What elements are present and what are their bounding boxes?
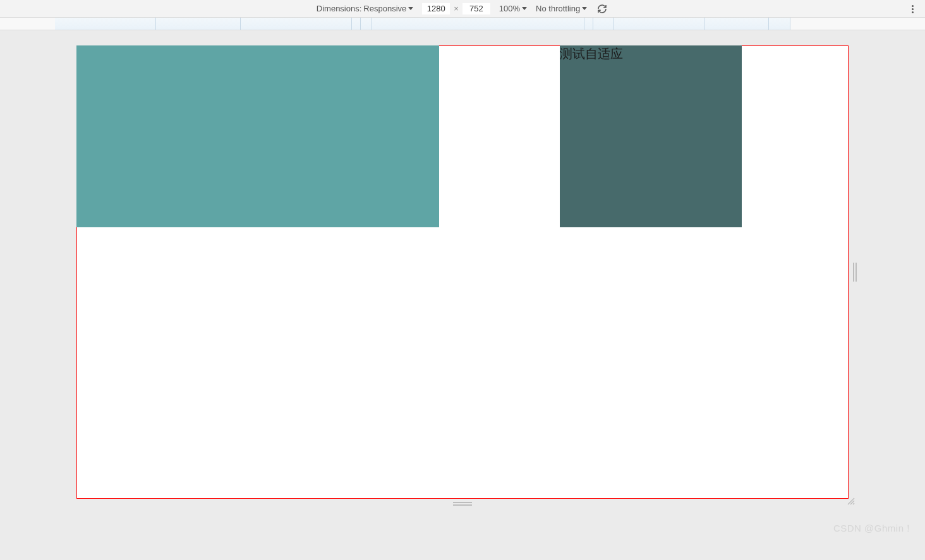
ruler-segment[interactable] <box>584 18 593 30</box>
dimensions-value: Responsive <box>363 4 406 13</box>
ruler-segment[interactable] <box>769 18 790 30</box>
ruler-segment[interactable] <box>372 18 584 30</box>
ruler-segment[interactable] <box>614 18 704 30</box>
chevron-down-icon <box>408 7 413 10</box>
resize-handle-right[interactable] <box>853 263 858 282</box>
device-toolbar: Dimensions: Responsive × 100% No throttl… <box>0 0 925 18</box>
viewport-wrap: 测试自适应 <box>0 30 925 512</box>
more-options-button[interactable] <box>906 3 919 15</box>
breakpoint-ruler[interactable] <box>0 18 925 30</box>
resize-handle-corner[interactable] <box>847 497 855 506</box>
resize-handle-bottom[interactable] <box>453 502 472 507</box>
emulated-viewport: 测试自适应 <box>76 45 849 499</box>
size-separator: × <box>452 4 460 13</box>
ruler-segment[interactable] <box>156 18 241 30</box>
ruler-segments <box>55 18 790 30</box>
ruler-segment[interactable] <box>704 18 769 30</box>
dimensions-label: Dimensions: <box>317 4 362 13</box>
ruler-segment[interactable] <box>55 18 156 30</box>
rotate-icon <box>596 3 608 15</box>
throttling-value: No throttling <box>536 4 580 13</box>
zoom-value: 100% <box>499 4 520 13</box>
zoom-dropdown[interactable]: 100% <box>499 4 527 13</box>
height-input[interactable] <box>462 3 490 15</box>
width-input[interactable] <box>422 3 450 15</box>
chevron-down-icon <box>582 7 587 10</box>
resize-corner-icon <box>847 497 855 506</box>
kebab-icon <box>912 5 914 13</box>
watermark: CSDN @Ghmin！ <box>833 523 914 535</box>
dark-box-text: 测试自适应 <box>560 47 623 61</box>
dark-box: 测试自适应 <box>560 45 742 227</box>
rotate-button[interactable] <box>596 3 608 15</box>
chevron-down-icon <box>522 7 527 10</box>
dimensions-dropdown[interactable]: Dimensions: Responsive <box>317 4 413 13</box>
teal-box <box>76 45 439 227</box>
ruler-segment[interactable] <box>361 18 372 30</box>
ruler-segment[interactable] <box>352 18 361 30</box>
size-inputs: × <box>422 3 490 15</box>
throttling-dropdown[interactable]: No throttling <box>536 4 587 13</box>
ruler-segment[interactable] <box>593 18 614 30</box>
ruler-segment[interactable] <box>241 18 352 30</box>
svg-line-2 <box>853 503 854 504</box>
